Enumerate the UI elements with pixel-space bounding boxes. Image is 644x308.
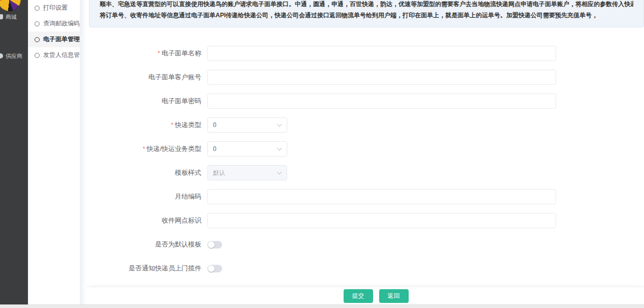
template-style-select[interactable]: 默认 [207,165,287,180]
supplier-icon [0,53,3,58]
back-button[interactable]: 返回 [379,289,409,303]
form-row: *电子面单名称 [86,46,556,61]
form-row: 月结编码 [86,189,556,204]
radio-circle-icon [35,37,40,42]
pickup-site-input[interactable] [207,213,556,228]
radio-circle-icon [35,21,40,26]
radio-circle-icon [35,53,40,58]
monthly-code-input[interactable] [207,189,556,204]
express-type-select[interactable]: 0 [207,117,287,133]
rail-item-label: 供应商 [6,52,22,60]
ewaybill-name-input[interactable] [207,46,556,61]
submenu: 打印设置 查询邮政编码 电子面单管理 发货人信息管理 [28,0,80,304]
chevron-down-icon [277,170,282,175]
submenu-item-sender-info[interactable]: 发货人信息管理 [28,47,80,63]
toggle-knob [208,241,214,248]
radio-circle-icon [35,6,40,11]
form-footer: 提交 返回 [86,287,644,304]
field-label: *快递/快运业务类型 [86,144,207,153]
required-marker: * [143,145,145,152]
submenu-item-print-settings[interactable]: 打印设置 [28,0,80,16]
select-value: 0 [213,145,217,152]
submenu-item-ewaybill-management[interactable]: 电子面单管理 [28,32,80,47]
business-type-select[interactable]: 0 [207,141,287,157]
ewaybill-account-input[interactable] [207,70,556,85]
chevron-down-icon [277,122,282,127]
main-content: 顺丰、宅急送等直营型的可以直接使用快递鸟的账户请求电子面单接口。中通，圆通，申通… [86,0,644,304]
rail-item-label: 商城 [6,13,17,21]
icon-rail: 商城 供应商 [0,0,28,304]
form-row: *快递类型 0 [86,117,556,133]
submenu-item-label: 打印设置 [43,4,68,12]
rail-item-supplier[interactable]: 供应商 [0,51,28,60]
ewaybill-form: *电子面单名称 电子面单客户账号 电子面单密码 *快递类型 0 *快递/快运业务… [86,46,556,285]
notice-line-2: 将订单号、收寄件地址等信息通过电子面单API传递给快递公司，快递公司会通过接口返… [100,10,633,21]
ewaybill-password-input[interactable] [207,94,556,109]
select-value: 默认 [213,169,225,177]
field-label: 电子面单密码 [86,97,207,106]
submit-button[interactable]: 提交 [344,289,373,303]
field-label: *电子面单名称 [86,49,207,58]
form-row: 收件网点标识 [86,213,556,228]
form-row: 电子面单密码 [86,94,556,109]
notice-box: 顺丰、宅急送等直营型的可以直接使用快递鸟的账户请求电子面单接口。中通，圆通，申通… [89,0,644,27]
submenu-item-postcode-query[interactable]: 查询邮政编码 [28,16,80,32]
toggle-knob [208,265,214,272]
required-marker: * [171,121,173,129]
field-label: 是否为默认模板 [86,240,207,249]
form-row: 是否为默认模板 [86,237,556,252]
app-root: 商城 供应商 打印设置 查询邮政编码 电子面单管理 发货人信息管理 顺丰、宅急送… [0,0,644,308]
form-row: *快递/快运业务类型 0 [86,141,556,157]
rail-item-mall[interactable]: 商城 [0,12,28,21]
pane-divider [80,0,86,304]
field-label: 收件网点标识 [86,216,207,225]
notice-line-1: 顺丰、宅急送等直营型的可以直接使用快递鸟的账户请求电子面单接口。中通，圆通，申通… [100,0,633,10]
default-template-toggle[interactable] [207,241,222,249]
form-row: 是否通知快递员上门揽件 [86,261,556,276]
app-logo[interactable] [0,0,21,11]
select-value: 0 [213,121,217,129]
store-icon [0,14,3,19]
field-label: 电子面单客户账号 [86,73,207,82]
notify-courier-toggle[interactable] [207,265,222,272]
field-label: 是否通知快递员上门揽件 [86,264,207,273]
form-row: 模板样式 默认 [86,165,556,180]
chevron-down-icon [277,146,282,151]
page-bottom-strip [0,304,644,308]
required-marker: * [158,50,160,57]
submenu-item-label: 查询邮政编码 [43,19,80,28]
field-label: 月结编码 [86,192,207,201]
form-row: 电子面单客户账号 [86,70,556,85]
field-label: *快递类型 [86,120,207,130]
submenu-item-label: 电子面单管理 [43,35,80,44]
field-label: 模板样式 [86,168,207,177]
